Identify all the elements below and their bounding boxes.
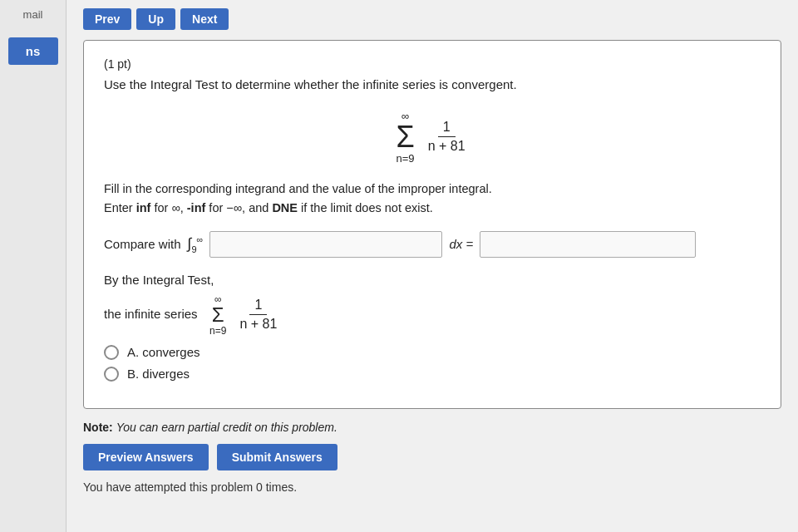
submit-answers-button[interactable]: Submit Answers	[217, 444, 337, 470]
integrand-input[interactable]	[209, 231, 442, 258]
prev-button[interactable]: Prev	[83, 8, 131, 30]
preview-answers-button[interactable]: Preview Answers	[83, 444, 209, 470]
compare-row: Compare with ∫9∞ dx =	[104, 231, 761, 258]
fraction-numerator: 1	[438, 120, 456, 137]
sidebar-ns-label: ns	[8, 37, 58, 65]
sidebar: mail ns	[0, 0, 66, 532]
sidebar-mail-label: mail	[23, 8, 43, 21]
series-prefix-text: the infinite series	[104, 307, 198, 321]
note-text: You can earn partial credit on this prob…	[116, 421, 337, 434]
series-fraction: 1 n + 81	[423, 120, 470, 154]
integral-test-section: By the Integral Test, the infinite serie…	[104, 273, 761, 382]
integral-notation: ∫9∞	[188, 234, 204, 254]
sigma-inline-symbol: Σ	[212, 305, 224, 325]
note-section: Note: You can earn partial credit on thi…	[83, 421, 781, 434]
top-nav: Prev Up Next	[83, 8, 781, 30]
dx-label: dx =	[449, 237, 473, 251]
result-input[interactable]	[480, 231, 696, 258]
option-b-item[interactable]: B. diverges	[104, 367, 761, 382]
sigma-inline-lower: n=9	[209, 325, 226, 337]
up-button[interactable]: Up	[136, 8, 175, 30]
fill-line1: Fill in the corresponding integrand and …	[104, 180, 761, 199]
math-summation-display: ∞ Σ n=9 1 n + 81	[104, 110, 761, 165]
series-inline: ∞ Σ n=9 1 n + 81	[208, 293, 285, 337]
integral-test-label: By the Integral Test,	[104, 273, 761, 287]
radio-b-circle[interactable]	[104, 367, 119, 382]
inline-fraction: 1 n + 81	[234, 298, 282, 332]
sigma-symbol: Σ	[396, 122, 414, 152]
fill-instructions: Fill in the corresponding integrand and …	[104, 180, 761, 218]
compare-label: Compare with	[104, 237, 181, 251]
option-a-item[interactable]: A. converges	[104, 345, 761, 360]
attempt-text: You have attempted this problem 0 times.	[83, 480, 781, 494]
inline-fraction-num: 1	[249, 298, 267, 315]
sigma-inline-block: ∞ Σ n=9	[209, 293, 226, 337]
radio-a-circle[interactable]	[104, 345, 119, 360]
next-button[interactable]: Next	[180, 8, 229, 30]
series-prefix-line: the infinite series ∞ Σ n=9 1 n + 81	[104, 293, 761, 337]
radio-group: A. converges B. diverges	[104, 345, 761, 382]
option-b-label: B. diverges	[127, 367, 190, 381]
option-a-label: A. converges	[127, 345, 200, 359]
problem-statement: Use the Integral Test to determine wheth…	[104, 76, 761, 95]
problem-points: (1 pt)	[104, 57, 761, 71]
main-content: Prev Up Next (1 pt) Use the Integral Tes…	[66, 0, 798, 532]
sigma-symbol-block: ∞ Σ n=9	[396, 110, 414, 165]
inline-fraction-den: n + 81	[234, 315, 282, 332]
fraction-denominator: n + 81	[423, 137, 470, 154]
problem-box: (1 pt) Use the Integral Test to determin…	[83, 40, 781, 409]
action-buttons: Preview Answers Submit Answers	[83, 444, 781, 470]
fill-line2: Enter inf for ∞, -inf for −∞, and DNE if…	[104, 199, 761, 218]
sigma-lower-limit: n=9	[396, 152, 414, 165]
